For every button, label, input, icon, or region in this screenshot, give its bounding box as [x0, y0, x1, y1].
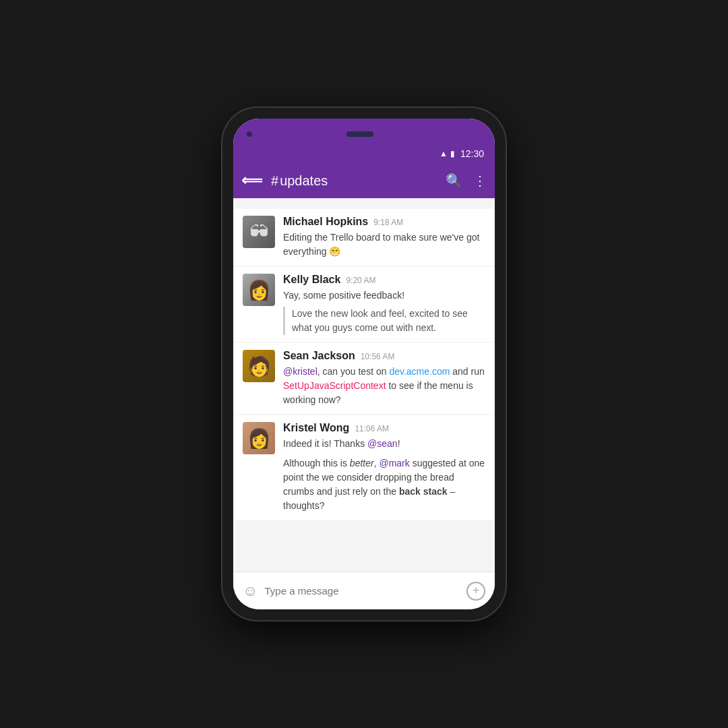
- bold-backstack: back stack: [399, 486, 448, 497]
- message-text: @kristel, can you test on dev.acme.com a…: [283, 365, 485, 407]
- app-toolbar: ⟸ #updates 🔍 ⋮: [233, 163, 495, 198]
- message-text: Editing the Trello board to make sure we…: [283, 231, 485, 259]
- message-item: 🕶 Michael Hopkins 9:18 AM Editing the Tr…: [233, 209, 495, 266]
- message-time: 11:06 AM: [355, 424, 389, 433]
- speaker: [346, 131, 373, 137]
- battery-icon: ▮: [450, 149, 455, 158]
- status-bar: ▲ ▮ 12:30: [233, 144, 495, 163]
- avatar: 👩: [243, 274, 275, 306]
- message-author: Kelly Black: [283, 274, 340, 286]
- message-time: 9:20 AM: [346, 276, 375, 285]
- message-header: Kristel Wong 11:06 AM: [283, 422, 485, 434]
- message-text-2: Although this is better, @mark suggested…: [283, 456, 485, 513]
- camera-area: [247, 131, 252, 137]
- message-header: Kelly Black 9:20 AM: [283, 274, 485, 286]
- status-time: 12:30: [460, 148, 484, 159]
- message-text: Indeed it is! Thanks @sean!: [283, 437, 485, 451]
- link-devacme[interactable]: dev.acme.com: [389, 366, 450, 377]
- phone-screen: ▲ ▮ 12:30 ⟸ #updates 🔍 ⋮ 🕶: [233, 119, 495, 609]
- avatar: 🧑: [243, 350, 275, 382]
- messages-list: 🕶 Michael Hopkins 9:18 AM Editing the Tr…: [233, 198, 495, 572]
- message-item: 👩 Kristel Wong 11:06 AM Indeed it is! Th…: [233, 415, 495, 520]
- message-header: Michael Hopkins 9:18 AM: [283, 216, 485, 228]
- message-content: Michael Hopkins 9:18 AM Editing the Trel…: [283, 216, 485, 259]
- more-menu-icon[interactable]: ⋮: [473, 173, 487, 189]
- add-attachment-button[interactable]: +: [466, 582, 485, 601]
- phone-device: ▲ ▮ 12:30 ⟸ #updates 🔍 ⋮ 🕶: [222, 108, 506, 620]
- channel-title: #updates: [271, 173, 437, 189]
- mention-kristel[interactable]: @kristel: [283, 366, 317, 377]
- message-blockquote: Love the new look and feel, excited to s…: [283, 307, 485, 335]
- status-icons: ▲ ▮: [439, 149, 455, 158]
- italic-better: better: [350, 458, 374, 468]
- code-setup: SetUpJavaScriptContext: [283, 380, 386, 391]
- input-bar: ☺ +: [233, 572, 495, 609]
- message-author: Kristel Wong: [283, 422, 349, 434]
- toolbar-actions: 🔍 ⋮: [446, 173, 487, 189]
- avatar: 👩: [243, 422, 275, 454]
- message-author: Sean Jackson: [283, 350, 355, 362]
- mention-sean[interactable]: @sean: [367, 438, 398, 449]
- phone-notch: [233, 119, 495, 144]
- message-time: 9:18 AM: [373, 218, 403, 227]
- message-author: Michael Hopkins: [283, 216, 368, 228]
- back-button[interactable]: ⟸: [241, 172, 263, 189]
- message-header: Sean Jackson 10:56 AM: [283, 350, 485, 362]
- message-item: 🧑 Sean Jackson 10:56 AM @kristel, can yo…: [233, 343, 495, 414]
- emoji-button[interactable]: ☺: [243, 582, 257, 600]
- message-content: Kristel Wong 11:06 AM Indeed it is! Than…: [283, 422, 485, 513]
- mention-mark[interactable]: @mark: [379, 458, 409, 468]
- search-icon[interactable]: 🔍: [446, 173, 462, 189]
- message-content: Sean Jackson 10:56 AM @kristel, can you …: [283, 350, 485, 407]
- message-item: 👩 Kelly Black 9:20 AM Yay, some positive…: [233, 267, 495, 342]
- avatar: 🕶: [243, 216, 275, 248]
- hash-symbol: #: [271, 173, 278, 188]
- signal-icon: ▲: [439, 149, 448, 158]
- message-input[interactable]: [264, 585, 460, 597]
- message-time: 10:56 AM: [361, 352, 395, 361]
- camera-dot: [247, 131, 252, 137]
- message-text: Yay, some positive feedback!: [283, 289, 485, 303]
- message-content: Kelly Black 9:20 AM Yay, some positive f…: [283, 274, 485, 335]
- channel-name: updates: [280, 173, 328, 188]
